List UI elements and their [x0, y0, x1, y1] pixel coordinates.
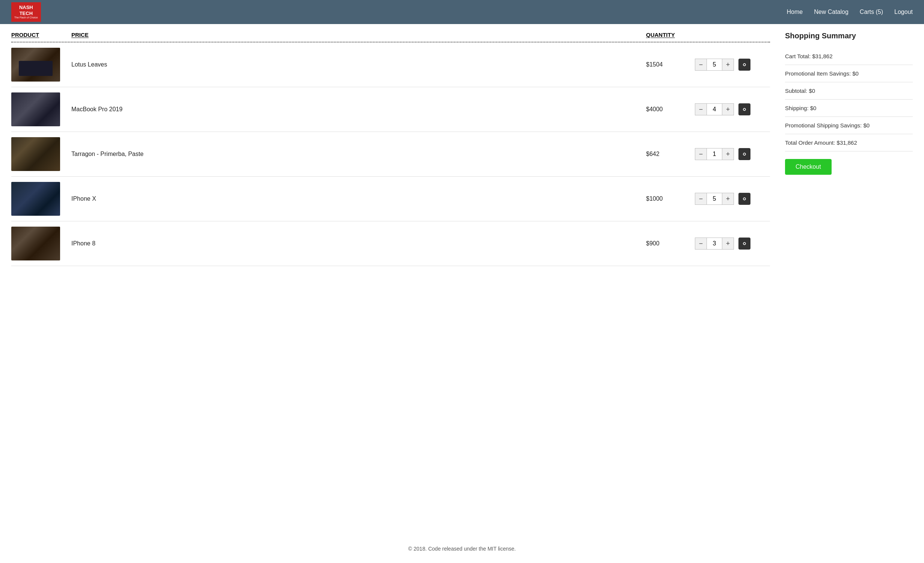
product-list: Lotus Leaves $1504 − 5 + ⭘ MacBook Pro 2… [11, 42, 770, 266]
quantity-control: − 1 + ⭘ [695, 148, 770, 160]
product-name: Tarragon - Primerba, Paste [71, 151, 646, 157]
quantity-decrease-button[interactable]: − [695, 103, 707, 115]
product-image [11, 92, 60, 126]
product-price: $900 [646, 240, 695, 247]
product-name: IPhone X [71, 195, 646, 202]
logo-text: NASHTECHThe Flash of Choice [14, 5, 38, 20]
quantity-value: 5 [707, 193, 722, 205]
product-price: $642 [646, 151, 695, 157]
remove-item-button[interactable]: ⭘ [738, 238, 750, 250]
nav-carts[interactable]: Carts (5) [860, 9, 883, 15]
product-name: MacBook Pro 2019 [71, 106, 646, 113]
shopping-summary: Shopping Summary Cart Total: $31,862 Pro… [785, 32, 913, 527]
footer-text: © 2018. Code released under the MIT lice… [408, 546, 516, 552]
product-image [11, 182, 60, 216]
navigation: Home New Catalog Carts (5) Logout [787, 9, 913, 15]
quantity-control: − 4 + ⭘ [695, 103, 770, 115]
product-image [11, 227, 60, 260]
shipping: Shipping: $0 [785, 100, 913, 117]
quantity-increase-button[interactable]: + [722, 193, 734, 205]
table-row: IPhone 8 $900 − 3 + ⭘ [11, 221, 770, 266]
quantity-control: − 5 + ⭘ [695, 193, 770, 205]
product-name: Lotus Leaves [71, 61, 646, 68]
promo-shipping: Promotional Shipping Savings: $0 [785, 117, 913, 134]
remove-item-button[interactable]: ⭘ [738, 103, 750, 115]
nav-logout[interactable]: Logout [894, 9, 913, 15]
quantity-increase-button[interactable]: + [722, 148, 734, 160]
product-price: $1504 [646, 61, 695, 68]
checkout-button[interactable]: Checkout [785, 159, 832, 175]
nav-home[interactable]: Home [787, 9, 803, 15]
quantity-decrease-button[interactable]: − [695, 59, 707, 71]
product-image [11, 137, 60, 171]
quantity-control: − 3 + ⭘ [695, 238, 770, 250]
quantity-decrease-button[interactable]: − [695, 238, 707, 250]
table-header: PRODUCT PRICE QUANTITY [11, 32, 770, 42]
product-image [11, 48, 60, 82]
quantity-decrease-button[interactable]: − [695, 193, 707, 205]
table-row: IPhone X $1000 − 5 + ⭘ [11, 177, 770, 221]
quantity-control: − 5 + ⭘ [695, 59, 770, 71]
quantity-increase-button[interactable]: + [722, 238, 734, 250]
table-row: Tarragon - Primerba, Paste $642 − 1 + ⭘ [11, 132, 770, 177]
promo-savings: Promotional Item Savings: $0 [785, 65, 913, 82]
subtotal: Subtotal: $0 [785, 82, 913, 100]
quantity-value: 1 [707, 148, 722, 160]
product-price: $1000 [646, 195, 695, 202]
remove-item-button[interactable]: ⭘ [738, 59, 750, 71]
table-row: MacBook Pro 2019 $4000 − 4 + ⭘ [11, 87, 770, 132]
quantity-value: 4 [707, 103, 722, 115]
quantity-value: 5 [707, 59, 722, 71]
remove-item-button[interactable]: ⭘ [738, 148, 750, 160]
col-product: PRODUCT [11, 32, 71, 38]
footer: © 2018. Code released under the MIT lice… [0, 534, 924, 563]
col-price: PRICE [71, 32, 646, 38]
summary-title: Shopping Summary [785, 32, 913, 40]
product-price: $4000 [646, 106, 695, 113]
cart-total: Cart Total: $31,862 [785, 48, 913, 65]
total-order: Total Order Amount: $31,862 [785, 134, 913, 151]
table-row: Lotus Leaves $1504 − 5 + ⭘ [11, 42, 770, 87]
nav-new-catalog[interactable]: New Catalog [814, 9, 849, 15]
main-content: PRODUCT PRICE QUANTITY Lotus Leaves $150… [0, 24, 924, 534]
product-name: IPhone 8 [71, 240, 646, 247]
product-section: PRODUCT PRICE QUANTITY Lotus Leaves $150… [11, 32, 770, 527]
header: NASHTECHThe Flash of Choice Home New Cat… [0, 0, 924, 24]
quantity-value: 3 [707, 238, 722, 250]
remove-item-button[interactable]: ⭘ [738, 193, 750, 205]
quantity-increase-button[interactable]: + [722, 103, 734, 115]
col-quantity: QUANTITY [646, 32, 695, 38]
quantity-decrease-button[interactable]: − [695, 148, 707, 160]
quantity-increase-button[interactable]: + [722, 59, 734, 71]
logo: NASHTECHThe Flash of Choice [11, 2, 41, 22]
